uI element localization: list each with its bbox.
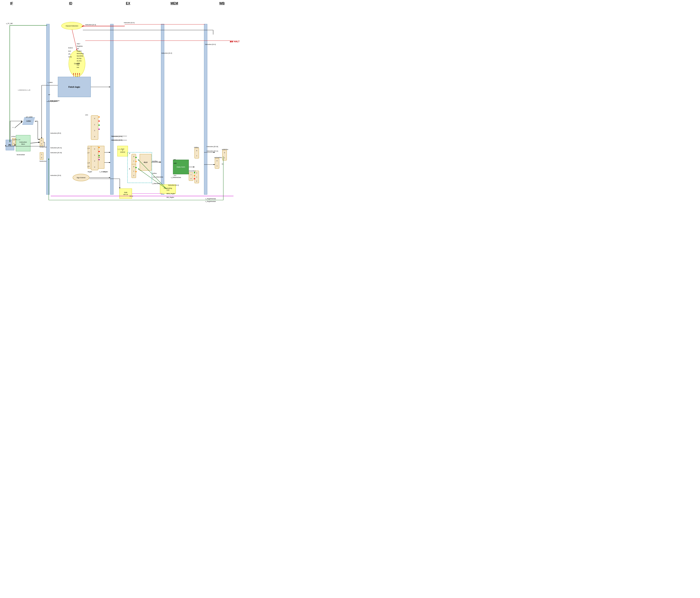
- 32bit-label: 32 bit: [129, 195, 133, 197]
- stage-id: ID: [69, 2, 72, 5]
- extend-box: 0extend: [117, 146, 128, 157]
- halt-label: ▶▶ HALT: [230, 40, 240, 43]
- pipeline-reg-id-ex: [110, 24, 114, 195]
- flushinmux-box: 1 0: [40, 152, 44, 160]
- extend-label: 0extend: [120, 149, 125, 153]
- svg-point-50: [98, 116, 100, 118]
- instr-10-6-label: Instruction [10-6]: [112, 139, 122, 141]
- dmemmux-label: dmemMux: [189, 170, 196, 172]
- instr-31-0-wb-label: Instruction [31-0]: [168, 185, 179, 186]
- forwarding-unit-label: ForwardingUnit: [164, 187, 172, 191]
- jal-ctrl2: JAL: [68, 53, 71, 55]
- instr-31-0-label-ex: Instruction [31-0]: [161, 52, 172, 54]
- s-regwrite-data-label: s_RegWriteData: [205, 198, 216, 199]
- alures-label: ALURes: [152, 161, 157, 162]
- pipeline-reg-if-id: [46, 24, 50, 195]
- beq-ctrl: beq: [77, 64, 79, 66]
- dmem-label: mro: [174, 175, 176, 176]
- i-rd-label: i_rd: [87, 162, 90, 164]
- s-pcmux-label: pcmux: [11, 136, 16, 137]
- wb-regwr-label: WB_Regiter: [167, 197, 174, 198]
- mem-mux-top: 0 1: [195, 148, 199, 159]
- i-rt-label: i_rt: [87, 152, 89, 153]
- s-xn-shoot-label: s_x_shoot: [118, 148, 124, 150]
- instruction-mem-box: InstructionMem: [16, 135, 30, 151]
- instr-25-0-label: Instruction [25-0]: [50, 133, 61, 134]
- alu-mux-label: A: [129, 153, 130, 154]
- instr-15-11-wb: Instruction [15-11]: [207, 150, 218, 152]
- i-d-label: i_D: [87, 166, 90, 167]
- i-rs-label: i_rs: [87, 147, 90, 149]
- instr-31-0-label-mid: Instruction [31-0]: [205, 44, 216, 45]
- regwr-label: RegWr: [88, 171, 92, 172]
- alu-label: ALU: [144, 161, 148, 163]
- data-mem-box: Data mem: [173, 160, 189, 174]
- instr-20-16-wb: Instruction [20-16]: [207, 146, 218, 147]
- instr-15-9-label: Instruction [15-9]: [112, 136, 122, 137]
- shift-left-16-box: Shiftleft 16: [119, 189, 132, 199]
- regwrite-ctrl: RegWrite: [77, 46, 83, 47]
- alu-b-label: B: [129, 168, 130, 170]
- extend-ctrl: Extend: [68, 47, 73, 49]
- stage-if: IF: [10, 2, 13, 5]
- wb-mux-actwr: 0 1: [222, 150, 227, 161]
- svg-line-28: [72, 30, 77, 50]
- alu-box: ALU: [140, 154, 151, 171]
- wr-label: wrt: [174, 159, 176, 160]
- svg-line-11: [15, 121, 22, 128]
- pc-we-label: s_PC_WE: [6, 23, 12, 24]
- jump-ctrl: Jump: [68, 56, 72, 57]
- data-mem-label: Data mem: [177, 166, 185, 168]
- bne-ctrl: bne: [77, 67, 79, 68]
- alud-mux-label: aluDataMux: [215, 157, 222, 158]
- adr-label: addr: [174, 163, 177, 164]
- alures2-label: lohRes: [152, 173, 157, 174]
- s-regwriteaddr-label: s_RegWriteAddr: [205, 201, 216, 202]
- instr-31-0-mid-label: Instruction [31-0]: [85, 24, 96, 25]
- flushpcmux-label: flushpcmux: [40, 146, 47, 148]
- mem-regwr-label: MEM_RegWr: [167, 193, 175, 194]
- s-ex-dmemwrite-label: s_EX_DMenWrite: [152, 176, 163, 178]
- zero-label: zero: [85, 114, 88, 116]
- wb-31: 31: [222, 163, 223, 165]
- shift-ctrl: shift: [77, 63, 79, 64]
- flushinmux-label: flushinmux: [40, 161, 46, 162]
- four-label: 4: [12, 127, 14, 128]
- instr-15-0-label: Instruction [15-0]: [50, 175, 61, 176]
- svg-line-10: [30, 142, 40, 143]
- dparams-label: s_DMWriteData: [171, 177, 181, 178]
- sign-extend-label: Sign Extend: [77, 177, 85, 178]
- sign-extend-oval: Sign Extend: [73, 174, 89, 181]
- flushpcmux-box: 1 0: [40, 139, 44, 146]
- id-mux-bottom: 0 1 2 3: [91, 146, 98, 170]
- nextinstaddr-label: NextInstAddr: [17, 154, 25, 156]
- wb-mux-dmem: 1 0: [189, 172, 193, 181]
- fetch-logic-box: Fetch logic: [58, 77, 91, 97]
- s-btaken-label: s_btaken/bntaken: [48, 100, 59, 101]
- hazard-detection-label: Hazard Detection: [66, 25, 78, 27]
- memtoreg-ctrl: MemtoReg: [77, 53, 84, 54]
- stage-mem: MEM: [171, 2, 178, 5]
- stage-wb: WB: [219, 2, 225, 5]
- s-taken-label: s_taken: [48, 82, 53, 83]
- actwr-label: actWrMux: [222, 149, 228, 150]
- wb-mux-alu: 0 1: [215, 158, 219, 169]
- lohMux-label: lohMux: [194, 147, 199, 148]
- pipeline-reg-mem-wb: [204, 24, 207, 195]
- alu-mux-b: 0 1 2: [131, 164, 136, 178]
- aluop-ctrl: ALUOp: [77, 58, 81, 59]
- instr-mem-label: InstructionMem: [20, 141, 27, 145]
- svg-point-51: [98, 120, 100, 122]
- fetch-logic-label: Fetch logic: [69, 86, 80, 88]
- halt-ctrl: HALT: [77, 43, 80, 45]
- instr-25-21-label: Instruction [25-21]: [50, 147, 62, 148]
- adder-box: Adder: [22, 117, 35, 125]
- instr-31-0-top-label: Instruction [31-0]: [124, 22, 134, 23]
- adder-label: Adder: [26, 120, 31, 122]
- svg-point-53: [98, 128, 100, 130]
- s-btaken-pcmux: s_btaken/pcmux_1_pfx: [18, 89, 30, 91]
- s-pc-1-pc-label: s_pcmux_1_pc: [12, 139, 20, 140]
- hazard-detection-oval: Hazard Detection: [61, 22, 83, 30]
- jal-ctrl: JAL: [77, 48, 79, 49]
- shift-left-16-label: Shiftleft 16: [123, 192, 128, 196]
